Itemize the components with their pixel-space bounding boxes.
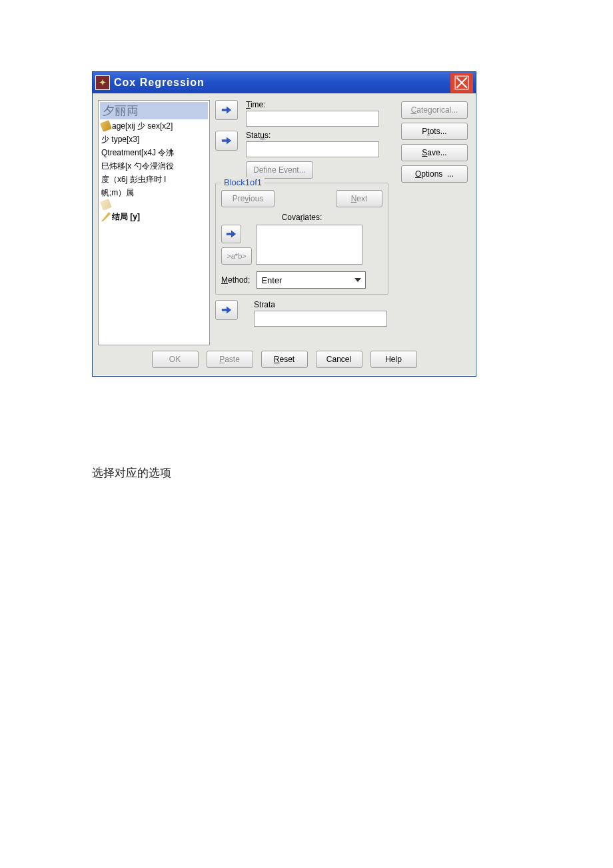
move-to-status-button[interactable] [215,131,238,151]
move-to-time-button[interactable] [215,100,238,120]
variable-item[interactable] [100,199,208,210]
time-input[interactable] [246,111,379,127]
define-event-button[interactable]: Define Event... [246,161,313,179]
variable-item[interactable]: 少 type[x3] [100,133,208,146]
move-to-covariates-button[interactable] [221,225,241,243]
arrow-right-icon [221,135,233,146]
titlebar: ✦ Cox Regression [93,72,476,93]
variable-item[interactable]: 结局 [y] [100,210,208,223]
close-button[interactable] [450,73,473,93]
dialog-buttons: OK Paste Reset Cancel Help [98,345,470,371]
categorical-button[interactable]: Categorical... [401,101,468,119]
covariates-list[interactable] [256,225,362,265]
cancel-button[interactable]: Cancel [316,351,362,368]
method-label: Method; [221,275,250,285]
close-icon [454,75,469,90]
side-buttons: Categorical... Ptots... Save... Options … [401,101,468,183]
method-value: Enter [261,275,282,285]
app-icon: ✦ [95,75,110,90]
chevron-down-icon [354,278,361,282]
covariates-label: Covariates: [221,213,382,222]
plots-button[interactable]: Ptots... [401,123,468,140]
variable-item[interactable]: 度（x6j 彭虫痒时 I [100,173,208,186]
paste-button[interactable]: Paste [207,351,253,368]
ok-button[interactable]: OK [152,351,199,368]
variable-item[interactable]: age[xij 少 sex[x2] [100,119,208,133]
status-label: Status: [246,131,388,140]
variable-selected[interactable]: 夕丽両 [100,102,208,119]
save-button[interactable]: Save... [401,144,468,161]
status-input[interactable] [246,141,379,157]
dialog-title: Cox Regression [114,77,450,89]
arrow-right-icon [221,105,233,115]
center-panel: Time: Status: Define Event... Block1of1 [215,100,388,345]
strata-label: Strata [254,300,388,309]
block-legend: Block1of1 [221,177,265,187]
interaction-ab-button[interactable]: >a*b> [221,247,252,265]
variable-item[interactable]: Qtreatment[x4J 令沸 [100,146,208,159]
variable-item[interactable]: 巳炜移[x 勺令浸润役 [100,159,208,173]
page-caption: 选择对应的选项 [92,465,171,481]
cox-regression-dialog: ✦ Cox Regression 夕丽両 age[xij 少 sex[x2] 少… [92,71,476,377]
method-dropdown[interactable]: Enter [257,271,366,289]
scale-icon [100,199,112,211]
arrow-right-icon [225,229,237,239]
next-button[interactable]: Next [336,190,382,207]
time-label: Time: [246,100,388,109]
previous-button[interactable]: Previous [221,190,275,207]
pencil-icon [101,212,111,221]
arrow-right-icon [221,305,233,315]
move-to-strata-button[interactable] [215,300,238,320]
variable-item[interactable]: 帆;m）属 [100,186,208,199]
variable-list[interactable]: 夕丽両 age[xij 少 sex[x2] 少 type[x3] Qtreatm… [98,100,210,345]
block-fieldset: Block1of1 Previous Next Covariates: >a*b… [215,183,388,295]
dialog-body: 夕丽両 age[xij 少 sex[x2] 少 type[x3] Qtreatm… [93,93,476,376]
scale-icon [100,120,112,132]
options-button[interactable]: Options ... [401,165,468,183]
help-button[interactable]: Help [370,351,417,368]
strata-input[interactable] [254,311,387,327]
reset-button[interactable]: Reset [261,351,308,368]
